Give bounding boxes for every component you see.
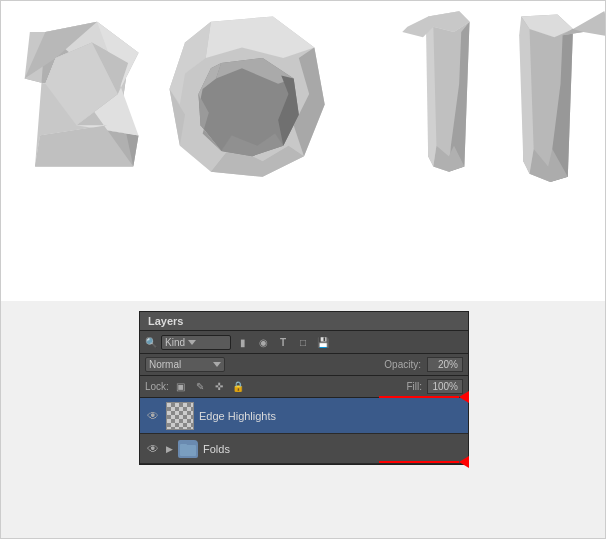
layers-panel-title: Layers [140, 312, 468, 331]
blend-dropdown-arrow [213, 362, 221, 367]
layer-name-folds: Folds [203, 443, 463, 455]
shape-icon[interactable]: □ [295, 334, 311, 350]
blend-opacity-row: Normal Opacity: 20% [140, 354, 468, 376]
layer-visibility-eye[interactable]: 👁 [145, 408, 161, 424]
layer-thumbnail [166, 402, 194, 430]
folder-icon [178, 440, 198, 458]
kind-select[interactable]: Kind [161, 335, 231, 350]
lock-label: Lock: [145, 381, 169, 392]
layer-row-edge-highlights[interactable]: 👁 Edge Highlights [140, 398, 468, 434]
layer-folder-visibility-eye[interactable]: 👁 [145, 441, 161, 457]
search-icon: 🔍 [145, 337, 157, 348]
opacity-value[interactable]: 20% [427, 357, 463, 372]
image-area [1, 1, 606, 301]
lock-move-icon[interactable]: ✜ [212, 380, 226, 394]
svg-marker-9 [206, 17, 315, 58]
svg-rect-35 [180, 444, 187, 447]
blend-mode-select[interactable]: Normal [145, 357, 225, 372]
lock-brush-icon[interactable]: ✎ [193, 380, 207, 394]
kind-dropdown-arrow [188, 340, 196, 345]
folder-arrow-icon[interactable]: ▶ [166, 444, 173, 454]
lock-checker-icon[interactable]: ▣ [174, 380, 188, 394]
filter-icon[interactable]: ▮ [235, 334, 251, 350]
smart-icon[interactable]: 💾 [315, 334, 331, 350]
layers-toolbar: 🔍 Kind ▮ ◉ T □ 💾 [140, 331, 468, 354]
layer-name-edge-highlights: Edge Highlights [199, 410, 463, 422]
layers-panel: Layers 🔍 Kind ▮ ◉ T □ 💾 Normal [139, 311, 469, 465]
opacity-label: Opacity: [384, 359, 421, 370]
lock-lock-icon[interactable]: 🔒 [231, 380, 245, 394]
red-arrow-opacity [379, 391, 469, 403]
bottom-area: Layers 🔍 Kind ▮ ◉ T □ 💾 Normal [1, 301, 606, 539]
circle-icon[interactable]: ◉ [255, 334, 271, 350]
text-icon[interactable]: T [275, 334, 291, 350]
red-arrow-edge-highlights [379, 456, 469, 468]
